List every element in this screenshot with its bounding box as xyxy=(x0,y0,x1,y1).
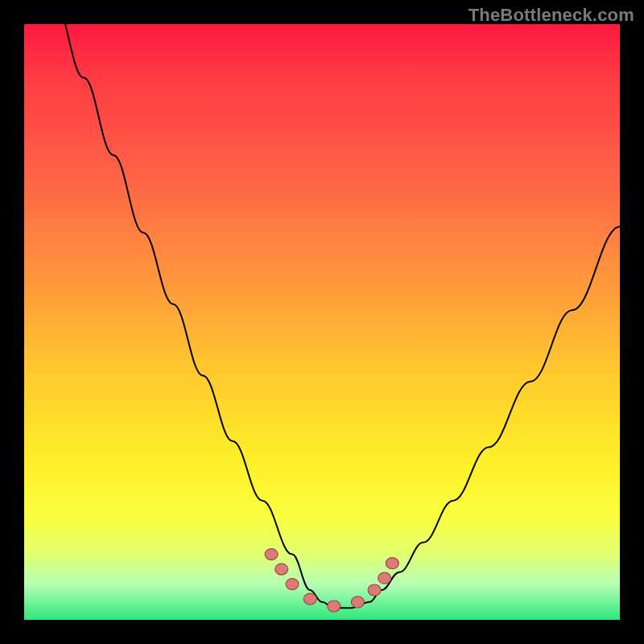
near-optimal-point xyxy=(368,584,381,596)
chart-frame: TheBottleneck.com xyxy=(0,0,644,644)
near-optimal-point xyxy=(286,579,299,590)
bottleneck-curve xyxy=(24,0,620,608)
near-optimal-point xyxy=(265,549,278,560)
plot-area xyxy=(24,24,620,620)
near-optimal-point xyxy=(351,597,364,608)
curve-layer xyxy=(24,24,620,620)
near-optimal-point xyxy=(386,558,398,569)
near-optimal-point xyxy=(328,601,341,612)
near-optimal-point xyxy=(303,593,316,605)
near-optimal-points xyxy=(265,549,398,612)
near-optimal-point xyxy=(378,572,391,584)
watermark-text: TheBottleneck.com xyxy=(469,5,634,26)
near-optimal-point xyxy=(275,564,288,575)
